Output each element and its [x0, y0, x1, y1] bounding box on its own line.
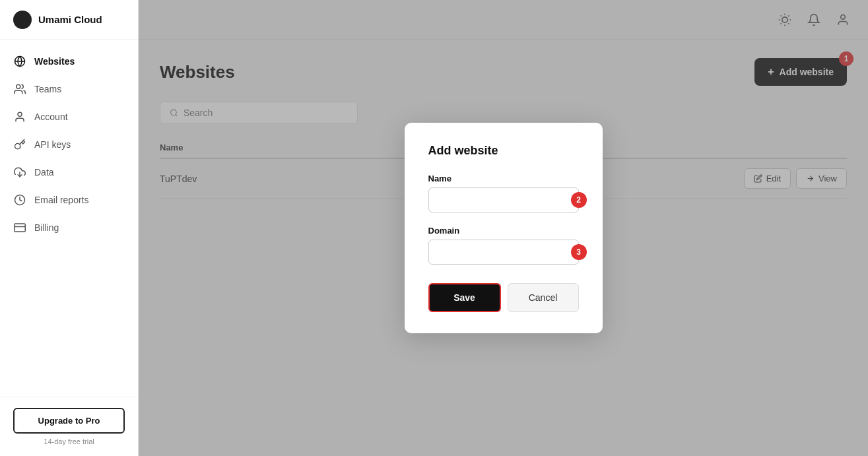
name-input[interactable]	[428, 187, 579, 212]
svg-point-3	[18, 112, 22, 116]
sidebar-item-websites[interactable]: Websites	[0, 48, 138, 75]
domain-label: Domain	[428, 226, 579, 236]
sidebar-item-account-label: Account	[34, 112, 68, 122]
sidebar-item-data[interactable]: Data	[0, 158, 138, 186]
app-name: Umami Cloud	[38, 14, 102, 25]
key-icon	[13, 138, 26, 151]
user-icon	[13, 110, 26, 123]
sidebar-footer: Upgrade to Pro 14-day free trial	[0, 397, 138, 456]
sidebar-item-billing-label: Billing	[34, 222, 59, 233]
svg-point-2	[17, 84, 20, 88]
svg-rect-6	[15, 224, 26, 232]
name-label: Name	[428, 174, 579, 183]
sidebar: Umami Cloud Websites Teams	[0, 0, 139, 456]
credit-card-icon	[13, 221, 26, 234]
mail-icon	[13, 193, 26, 207]
sidebar-item-billing[interactable]: Billing	[0, 214, 138, 242]
cancel-button[interactable]: Cancel	[508, 283, 579, 312]
domain-input[interactable]	[428, 240, 579, 265]
modal-title: Add website	[428, 144, 579, 158]
sidebar-item-account[interactable]: Account	[0, 103, 138, 131]
domain-field-group: Domain 3	[428, 226, 579, 265]
name-input-wrapper: 2	[428, 187, 579, 212]
users-icon	[13, 82, 26, 96]
upgrade-button[interactable]: Upgrade to Pro	[13, 408, 125, 434]
sidebar-item-api-keys[interactable]: API keys	[0, 131, 138, 158]
sidebar-item-api-keys-label: API keys	[34, 139, 71, 150]
sidebar-nav: Websites Teams Account	[0, 40, 138, 397]
name-field-group: Name 2	[428, 174, 579, 212]
sidebar-item-email-reports[interactable]: Email reports	[0, 186, 138, 214]
add-website-modal: Add website Name 2 Domain 3 Save Cancel	[405, 123, 603, 333]
save-button[interactable]: Save	[428, 283, 501, 312]
domain-input-wrapper: 3	[428, 240, 579, 265]
logo-icon	[13, 11, 32, 29]
domain-badge: 3	[571, 244, 587, 260]
sidebar-item-teams-label: Teams	[34, 84, 61, 94]
cloud-icon	[13, 166, 26, 179]
globe-icon	[13, 55, 26, 68]
sidebar-item-websites-label: Websites	[34, 56, 75, 67]
trial-text: 14-day free trial	[13, 438, 125, 445]
sidebar-logo: Umami Cloud	[0, 0, 138, 40]
sidebar-item-teams[interactable]: Teams	[0, 75, 138, 103]
modal-overlay: Add website Name 2 Domain 3 Save Cancel	[139, 0, 868, 456]
name-badge: 2	[571, 192, 587, 208]
modal-actions: Save Cancel	[428, 283, 579, 312]
main-content: Websites + Add website 1 Name TuPTdev	[139, 0, 868, 456]
sidebar-item-email-reports-label: Email reports	[34, 195, 88, 205]
sidebar-item-data-label: Data	[34, 167, 54, 178]
